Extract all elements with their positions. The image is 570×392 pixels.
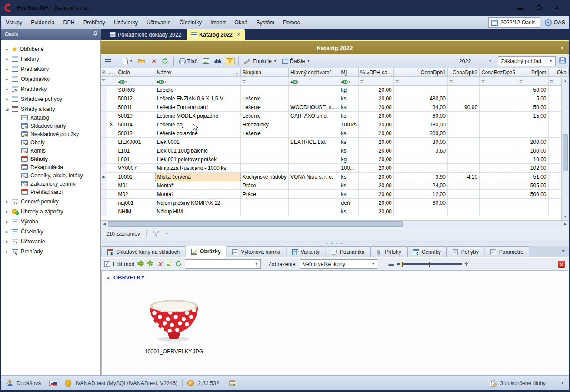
cell-skupina[interactable] <box>241 164 289 173</box>
cell-cenabezdph6[interactable] <box>480 181 517 190</box>
cell-cenadph1[interactable]: 3,60 <box>394 146 448 155</box>
column-header-mj[interactable]: Mj <box>339 68 358 77</box>
cell-prijem[interactable]: 15,00 <box>517 112 548 120</box>
cell-cislo[interactable]: 50013 <box>116 129 155 138</box>
menu-import[interactable]: Import <box>206 17 230 29</box>
new-record-button[interactable]: ▼ <box>120 57 135 65</box>
collapsed-arrow-icon[interactable]: ▸ <box>5 219 9 224</box>
sidebar-item-uhrady-a-zapocty[interactable]: ▸Úhrady a zápočty <box>1 207 100 216</box>
cell-nazov[interactable]: Nákup HIM <box>155 207 241 216</box>
cell-mj[interactable]: ks <box>339 146 358 155</box>
cell-dph-sa[interactable]: 20,00 <box>359 94 394 103</box>
refresh-images-button[interactable] <box>175 260 182 268</box>
cell-cenadph1[interactable] <box>394 155 448 164</box>
scroll-left-icon[interactable]: ◀ <box>101 221 108 227</box>
functions-button[interactable]: Funkcie ▼ <box>242 57 279 65</box>
zoom-slider-track[interactable] <box>397 263 462 265</box>
cell-dph-sa[interactable]: 20,00 <box>359 86 394 94</box>
menu-pomoc[interactable]: Pomoc <box>279 17 304 29</box>
filter-button[interactable] <box>225 57 235 65</box>
add-multiple-button[interactable] <box>147 260 154 268</box>
table-row[interactable]: SUR03Lepidlokg20,0050,00 <box>101 86 569 94</box>
cell-cenadph1[interactable]: 60,00 <box>394 199 448 207</box>
cell-prijem[interactable]: 102,00 <box>517 164 548 173</box>
cell-hlavny-dodavatel[interactable] <box>289 181 339 190</box>
filter-cell-dph-sa[interactable]: = <box>359 77 394 86</box>
cell-skupina[interactable] <box>241 86 289 94</box>
column-header-cenadph1[interactable]: CenaDph1 <box>394 68 448 77</box>
cell-nazov[interactable]: Liek 001 100g balenie <box>155 146 241 155</box>
cell-cislo[interactable]: 50012 <box>116 94 155 103</box>
table-row[interactable]: M02MontážPráceks20,0012,00500,00 <box>101 190 569 199</box>
filter-cell-nazov[interactable]: ABC <box>155 77 241 86</box>
cell-nazov[interactable]: Montáž <box>155 181 241 190</box>
menu-ciselniky[interactable]: Číselníky <box>175 17 206 29</box>
menu-uzavierky[interactable]: Uzávierky <box>110 17 142 29</box>
sidebar-item-sklady[interactable]: Sklady <box>1 155 100 163</box>
cell-mj[interactable]: kg <box>339 86 358 94</box>
cell-cenadph1[interactable]: 24,00 <box>394 181 448 190</box>
table-row[interactable]: NHIMNákup HIMks20,00 <box>101 207 569 216</box>
close-tab-icon[interactable]: ✕ <box>237 32 240 37</box>
cell-nazov[interactable]: Lešenie MODEX pojazdné <box>155 112 241 120</box>
cell-dph-sa[interactable]: 20,00 <box>359 181 394 190</box>
tab-katalog-2022[interactable]: Katalóg 2022✕ <box>187 29 245 40</box>
detail-tab-parametre[interactable]: Parametre <box>485 246 529 257</box>
table-row[interactable]: 50012Lešenie ENZIAN 0,6 X 1,5 MLešenieks… <box>101 94 569 103</box>
sidebar-item-obaly[interactable]: OObaly <box>1 138 100 146</box>
cell-prijem[interactable] <box>517 120 548 129</box>
grid-horizontal-scrollbar[interactable]: ◀ ▶ <box>101 220 569 227</box>
cell-nazov[interactable]: Miska červená <box>155 173 241 181</box>
sidebar-item-preddavky[interactable]: ▸%Preddavky <box>1 84 100 93</box>
cell-prijem[interactable] <box>517 129 548 138</box>
cell-mj[interactable]: 100... <box>339 164 358 173</box>
filter-cell-skupina[interactable]: = <box>241 77 289 86</box>
column-header-hlavny-dodavatel[interactable]: Hlavný dodávateľ <box>289 68 339 77</box>
cell-cenadph1[interactable] <box>394 86 448 94</box>
grid-vertical-scrollbar[interactable]: ▲ ▼ <box>561 78 569 220</box>
collapsed-arrow-icon[interactable]: ▸ <box>5 87 9 91</box>
sidebar-item-sklady-a-karty[interactable]: ◢Sklady a karty <box>1 104 100 113</box>
menu-vstupy[interactable]: Vstupy <box>1 17 27 29</box>
delete-button[interactable]: ✕ <box>149 56 158 66</box>
column-header-cenadph2[interactable]: CenaDph2 <box>448 68 480 77</box>
more-button[interactable]: Ďalšie ▼ <box>280 57 312 65</box>
close-panel-button[interactable]: ✕ <box>558 261 565 268</box>
group-collapse-icon[interactable]: ◢ <box>106 276 109 280</box>
cell-cislo[interactable]: M02 <box>116 190 155 199</box>
column-header-oka[interactable]: Oka <box>549 68 569 77</box>
panel-splitter[interactable]: ● ● ● ● <box>101 240 569 246</box>
save-view-button[interactable] <box>559 57 566 65</box>
cell-nazov[interactable]: Lešenie poj <box>155 120 241 129</box>
image-filter-combobox[interactable]: ▼ <box>185 259 261 269</box>
cell-skupina[interactable]: Hmoždínky <box>241 120 289 129</box>
cell-prijem[interactable]: 500,00 <box>517 190 548 199</box>
search-button[interactable] <box>213 57 223 65</box>
scroll-right-icon[interactable]: ▶ <box>562 221 569 227</box>
cell-hlavny-dodavatel[interactable] <box>289 120 339 129</box>
cell-hlavny-dodavatel[interactable]: WOODHOUSE, s.... <box>289 103 339 112</box>
table-row[interactable]: VY0007Minipizza Rusticano - 1000 ks100..… <box>101 164 569 173</box>
zoom-out-icon[interactable]: ▬ <box>388 261 394 267</box>
record-filter-caret-icon[interactable]: ▼ <box>165 232 169 236</box>
table-row[interactable]: M01MontážPráceks20,0024,00505,00 <box>101 181 569 190</box>
detail-tab-prilohy[interactable]: Prílohy <box>370 246 407 257</box>
menu-okna[interactable]: Okná <box>230 17 252 29</box>
cell-prijem[interactable]: 50,00 <box>517 103 548 112</box>
cell-cenadph2[interactable] <box>448 94 480 103</box>
status-tasks[interactable]: 3 dokončené úlohy <box>500 380 546 386</box>
menu-prehlady[interactable]: Prehľady <box>79 17 110 29</box>
cell-dph-sa[interactable]: 20,00 <box>359 103 394 112</box>
cell-prijem[interactable]: 200,00 <box>517 138 548 146</box>
cell-cenabezdph6[interactable] <box>480 164 517 173</box>
open-button[interactable] <box>137 57 147 65</box>
cell-hlavny-dodavatel[interactable] <box>289 94 339 103</box>
cell-skupina[interactable]: Práce <box>241 181 289 190</box>
cell-dph-sa[interactable]: 20,00 <box>359 164 394 173</box>
cell-hlavny-dodavatel[interactable] <box>289 155 339 164</box>
grid-menu-button[interactable] <box>103 58 113 64</box>
view-dropdown[interactable]: Základný pohľad ▼ <box>498 56 556 66</box>
cell-cenabezdph6[interactable] <box>480 190 517 199</box>
sidebar-item-cenniky-akcie-letaky[interactable]: CCenníky, akcie, letáky <box>1 171 100 179</box>
detail-tab-skladove-karty-na-skladoch[interactable]: SSkladové karty na skladoch <box>102 246 185 257</box>
